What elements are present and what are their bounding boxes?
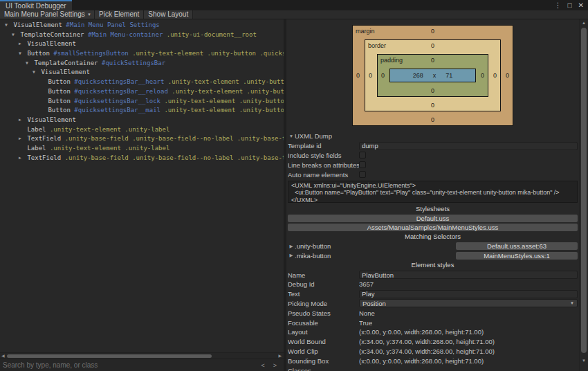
toolbar: Main Menu Panel Settings ▼ Pick Element … <box>0 10 588 19</box>
foldout-arrow-icon[interactable]: ▼ <box>288 134 295 138</box>
line-breaks-checkbox[interactable] <box>359 161 366 168</box>
text-input[interactable] <box>359 290 578 298</box>
box-model-content: 268 x 71 <box>389 69 476 82</box>
expander-icon[interactable]: ▶ <box>17 39 24 49</box>
picking-mode-dropdown[interactable]: Position ▼ <box>359 299 578 307</box>
element-type: VisualElement <box>27 41 75 48</box>
horizontal-scrollbar-thumb[interactable] <box>7 354 212 358</box>
uxml-code-line: <UXML xmlns:ui="UnityEngine.UIElements"> <box>291 182 416 189</box>
element-name: #smallSettingsButton <box>53 50 128 57</box>
stylesheets-header: Stylesheets <box>286 204 579 214</box>
selector-source-button[interactable]: MainMenuStyles.uss:1 <box>456 252 578 260</box>
world-bound-label: World Bound <box>288 338 359 345</box>
element-type: Button <box>48 88 71 95</box>
vertical-scrollbar-thumb[interactable] <box>581 28 587 353</box>
element-classes: .unity-text-element .unity-button .quick… <box>164 98 284 105</box>
expander-icon[interactable]: ▶ <box>17 154 24 163</box>
element-name: #quickSettingsBar <box>102 60 165 66</box>
expander-icon[interactable]: ▶ <box>17 134 24 144</box>
border-top-value: 0 <box>365 42 500 49</box>
tree-row[interactable]: ▶ VisualElement <box>0 39 284 49</box>
scroll-up-icon[interactable]: ▲ <box>580 21 588 25</box>
picking-mode-row: Picking Mode Position ▼ <box>286 299 579 309</box>
search-input[interactable] <box>3 361 257 369</box>
horizontal-scrollbar[interactable]: ◀ ▶ <box>0 352 284 359</box>
template-id-input[interactable] <box>359 142 578 150</box>
expander-icon[interactable]: ▼ <box>24 59 30 69</box>
expander-icon[interactable]: ▼ <box>17 49 24 59</box>
padding-right-value: 0 <box>481 72 484 79</box>
tree-row[interactable]: ▼ VisualElement #Main Menu Panel Setting… <box>0 21 284 30</box>
scroll-left-icon[interactable]: ◀ <box>1 353 5 359</box>
tree-row[interactable]: ▼ VisualElement <box>0 68 284 78</box>
include-style-fields-row: Include style fields <box>286 151 579 161</box>
uxml-dump-foldout[interactable]: ▼ UXML Dump <box>286 132 579 141</box>
element-type: VisualElement <box>41 69 89 76</box>
tree-row[interactable]: Button #quicksettingsBar__mail .unity-te… <box>0 106 284 116</box>
maximize-icon[interactable]: □ <box>568 0 572 10</box>
selector-name: .mika-button <box>295 252 331 260</box>
expander-icon[interactable]: ▼ <box>10 30 17 40</box>
line-breaks-label: Line breaks on attributes <box>288 161 359 169</box>
stylesheet-button-mainmenu[interactable]: Assets/ManualSamples/MainMenuStyles.uss <box>288 224 578 231</box>
element-name: #Main Menu Panel Settings <box>66 21 159 28</box>
text-label: Text <box>288 290 359 298</box>
expander-icon[interactable]: ▼ <box>3 21 10 30</box>
margin-left-value: 0 <box>356 72 360 79</box>
name-input[interactable] <box>359 271 578 279</box>
window-tab[interactable]: UI Toolkit Debugger <box>0 0 72 10</box>
hierarchy-panel: ▼ VisualElement #Main Menu Panel Setting… <box>0 19 284 371</box>
auto-name-checkbox[interactable] <box>359 171 366 178</box>
scroll-right-icon[interactable]: ▶ <box>278 353 282 359</box>
include-style-fields-checkbox[interactable] <box>359 152 366 159</box>
element-type: VisualElement <box>13 21 62 28</box>
scroll-down-icon[interactable]: ▼ <box>580 359 588 363</box>
auto-name-row: Auto name elements <box>286 170 579 179</box>
window-menu-icon[interactable]: ⋮ <box>555 0 562 10</box>
uxml-code-block[interactable]: <UXML xmlns:ui="UnityEngine.UIElements">… <box>288 181 578 203</box>
layout-row: Layout (x:0.00, y:0.00, width:268.00, he… <box>286 327 579 337</box>
element-classes: .unity-text-element .unity-button .quick… <box>164 107 284 114</box>
element-name: #quicksettingsBar__reload <box>74 88 167 95</box>
vertical-scrollbar[interactable]: ▲ ▼ <box>579 19 588 371</box>
tree-row[interactable]: ▶ TextField .unity-base-field .unity-bas… <box>0 134 284 144</box>
element-classes: .unity-text-element .unity-button .quick… <box>132 50 284 57</box>
tree-row[interactable]: ▼ TemplateContainer #quickSettingsBar <box>0 59 284 69</box>
pick-element-button[interactable]: Pick Element <box>95 10 144 19</box>
element-classes: .unity-base-field .unity-base-field--no-… <box>65 154 284 161</box>
tree-row[interactable]: Button #quicksettingsBar__reload .unity-… <box>0 87 284 97</box>
expander-icon[interactable]: ▼ <box>30 68 37 78</box>
layout-value: (x:0.00, y:0.00, width:268.00, height:71… <box>359 328 484 336</box>
tree-row[interactable]: ▶ TextField .unity-base-field .unity-bas… <box>0 154 284 163</box>
tree-row[interactable]: ▼ TemplateContainer #Main Menu-container… <box>0 30 284 40</box>
content-height-value: 71 <box>445 72 452 79</box>
tree-row[interactable]: Button #quicksettingsBar__lock .unity-te… <box>0 97 284 107</box>
inspector-panel: margin 0 0 0 0 border 0 0 0 0 padding <box>286 19 588 371</box>
foldout-arrow-icon[interactable]: ▶ <box>288 253 295 258</box>
focusable-value: True <box>359 319 372 327</box>
selector-source-button[interactable]: Default.uss.asset:63 <box>456 242 578 250</box>
element-type: VisualElement <box>27 116 75 123</box>
expander-icon[interactable]: ▶ <box>17 116 24 125</box>
template-id-label: Template id <box>288 142 359 150</box>
panel-selector-label: Main Menu Panel Settings <box>4 10 85 19</box>
panel-selector-dropdown[interactable]: Main Menu Panel Settings ▼ <box>0 10 95 19</box>
element-type: TemplateContainer <box>20 31 84 38</box>
tree-row[interactable]: Button #quicksettingsBar__heart .unity-t… <box>0 78 284 87</box>
tree-row[interactable]: Label .unity-text-element .unity-label <box>0 125 284 135</box>
search-prev-button[interactable]: < <box>257 362 268 369</box>
tree-row[interactable]: ▼ Button #smallSettingsButton .unity-tex… <box>0 49 284 59</box>
margin-right-value: 0 <box>506 72 509 79</box>
name-label: Name <box>288 271 359 279</box>
border-right-value: 0 <box>493 72 497 79</box>
show-layout-button[interactable]: Show Layout <box>144 10 193 19</box>
tree-row[interactable]: Label .unity-text-element .unity-label <box>0 144 284 154</box>
stylesheet-button-default[interactable]: Default.uss <box>288 215 578 222</box>
element-classes: .unity-text-element .unity-label <box>50 145 169 152</box>
tree-row[interactable]: ▶ VisualElement <box>0 116 284 125</box>
element-type: TemplateContainer <box>34 60 98 66</box>
foldout-arrow-icon[interactable]: ▶ <box>288 244 295 249</box>
ui-toolkit-debugger-window: UI Toolkit Debugger ⋮ □ ✕ Main Menu Pane… <box>0 0 588 371</box>
close-icon[interactable]: ✕ <box>578 0 584 10</box>
search-next-button[interactable]: > <box>269 362 281 369</box>
